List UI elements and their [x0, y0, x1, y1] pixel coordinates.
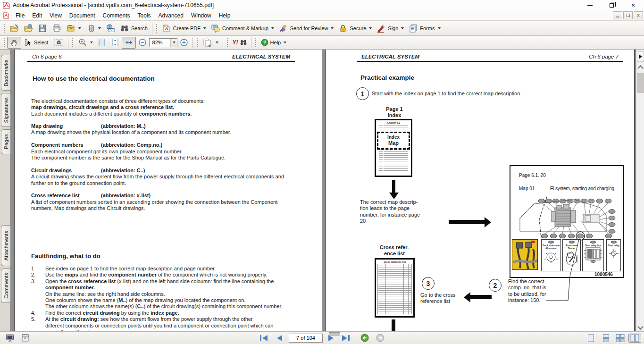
toolbar-grip[interactable]	[71, 37, 74, 48]
restore-icon[interactable]	[601, 0, 622, 10]
close-icon[interactable]: ✕	[622, 0, 644, 10]
definition-block: Component numbers(abbreviation: Comp.no.…	[31, 142, 284, 161]
next-page-button[interactable]	[327, 335, 334, 342]
text-line: Each electrical component got its own pr…	[31, 149, 284, 155]
sidebar-tab-comments[interactable]: Comments	[1, 268, 10, 303]
scroll-down-icon[interactable]	[638, 325, 643, 329]
toolbar-grip[interactable]	[155, 23, 158, 34]
continuous-layout-button[interactable]	[601, 334, 611, 343]
zoom-level-value[interactable]: 82%	[150, 40, 170, 45]
view-toolbar: Select 82% Y! ?Help	[0, 36, 644, 50]
zoom-in-button[interactable]	[177, 37, 191, 49]
document-area[interactable]: Ch 6 page 6 ELECTRICAL SYSTEM How to use…	[10, 50, 636, 331]
text-line: See index on page 1 to find the correct …	[45, 266, 283, 272]
create-pdf-icon	[162, 24, 171, 33]
menu-advanced[interactable]: Advanced	[155, 11, 187, 20]
vertical-scrollbar[interactable]	[636, 50, 644, 331]
sidebar-tab-pages[interactable]: Pages	[1, 129, 10, 154]
forms-caret-icon	[438, 27, 441, 29]
zoom-level-dropdown[interactable]	[170, 39, 177, 47]
continuous-facing-layout-button[interactable]	[615, 334, 625, 343]
sidebar-tab-attachments[interactable]: Attachments	[1, 225, 10, 266]
zoom-out-button[interactable]	[136, 37, 149, 49]
sidebar-tab-bookmarks[interactable]: Bookmarks	[1, 55, 10, 91]
sign-button[interactable]: Sign	[374, 22, 406, 34]
forms-button[interactable]: Forms	[406, 22, 443, 34]
page-header: Ch 6 page 6 ELECTRICAL SYSTEM	[27, 54, 295, 62]
toolbar-grip[interactable]	[254, 37, 257, 48]
doc-minimize-icon[interactable]	[613, 11, 622, 19]
menu-edit[interactable]: Edit	[28, 11, 46, 20]
attach-caret-icon	[98, 27, 101, 29]
create-pdf-button[interactable]: Create PDF	[159, 22, 209, 34]
send-for-review-button[interactable]: Send for Review	[276, 22, 336, 34]
map-drawing-box: Page 6.1. 20 Map 01 El.system, starting …	[510, 165, 624, 278]
fullscreen-monitor-icon[interactable]	[6, 334, 15, 342]
zoom-tool-button[interactable]	[75, 37, 95, 49]
menu-file[interactable]: File	[12, 11, 28, 20]
index-caption: The correct map descrip- tion leads to t…	[360, 199, 420, 225]
hand-tool-button[interactable]	[7, 37, 21, 49]
page-number-field[interactable]: 7 of 104	[289, 334, 323, 343]
previous-view-button[interactable]	[360, 334, 369, 342]
intro-paragraph: The electrical documentation consists of…	[31, 98, 205, 117]
acrobat-doc-icon	[3, 12, 9, 19]
scroll-up-icon[interactable]	[638, 65, 643, 69]
component-photo	[512, 239, 538, 270]
first-page-button[interactable]	[259, 335, 269, 342]
text-line: The electrical documentation consists of…	[31, 98, 205, 104]
email-button[interactable]	[103, 22, 117, 34]
toolbar-grip[interactable]	[196, 37, 198, 48]
page-navigation-button[interactable]	[200, 37, 221, 49]
facing-layout-button[interactable]	[628, 334, 641, 343]
fit-width-button[interactable]	[122, 37, 136, 49]
menu-view[interactable]: View	[46, 11, 66, 20]
window-title: Adobe Acrobat Professional - [scribd.vpd…	[13, 2, 214, 8]
doc-restore-icon[interactable]	[623, 11, 633, 19]
secure-button[interactable]: Secure	[336, 22, 374, 34]
faultfinding-steps: 1See index on page 1 to find the correct…	[31, 266, 283, 331]
select-label: Select	[34, 40, 49, 45]
toolbar-grip[interactable]	[3, 37, 5, 48]
step-3-badge: 3	[422, 277, 435, 290]
actual-size-button[interactable]	[95, 37, 109, 49]
menu-comments[interactable]: Comments	[99, 11, 134, 20]
menu-help[interactable]: Help	[215, 11, 234, 20]
print-button[interactable]	[50, 22, 64, 34]
help-button[interactable]: ?Help	[259, 37, 289, 49]
comment-markup-button[interactable]: Comment & Markup	[209, 22, 276, 34]
organizer-button[interactable]	[64, 22, 84, 34]
send-for-review-icon	[279, 24, 288, 33]
menu-tools[interactable]: Tools	[134, 11, 155, 20]
toolbar-grip[interactable]	[226, 37, 228, 48]
snapshot-button[interactable]	[51, 37, 66, 49]
detail-panel-starter: Front view Starter	[562, 239, 581, 271]
select-tool-button[interactable]: Select	[21, 37, 51, 49]
document-drawer-icon[interactable]	[21, 334, 30, 342]
previous-page-button[interactable]	[276, 335, 283, 342]
next-view-button[interactable]	[376, 334, 385, 342]
callout-ellipse-icon	[611, 241, 617, 243]
open-web-button[interactable]	[21, 22, 35, 34]
last-page-button[interactable]	[341, 335, 351, 342]
yahoo-search-button[interactable]: Y!	[230, 37, 249, 49]
search-label: Search	[131, 25, 148, 31]
minimize-icon[interactable]	[579, 0, 601, 10]
zoom-level-combo[interactable]: 82%	[149, 38, 177, 47]
single-page-layout-button[interactable]	[585, 334, 596, 343]
save-button[interactable]	[35, 22, 50, 34]
yahoo-logo-icon: Y!	[233, 39, 238, 46]
toolbar-grip[interactable]	[3, 23, 5, 34]
adobe-acrobat-icon	[3, 2, 10, 9]
pane-toggle-button[interactable]	[637, 51, 644, 62]
doc-close-icon[interactable]: x	[634, 11, 643, 19]
open-button[interactable]	[7, 22, 21, 34]
menu-document[interactable]: Document	[66, 11, 99, 20]
search-button[interactable]: Search	[117, 22, 150, 34]
scrollbar-thumb[interactable]	[637, 73, 644, 93]
attach-button[interactable]	[84, 22, 103, 34]
fit-page-button[interactable]	[109, 37, 122, 49]
menu-window[interactable]: Window	[187, 11, 215, 20]
sidebar-tab-signatures[interactable]: Signatures	[1, 93, 10, 127]
text-line: numbers, Map drawings and the Circuit dr…	[31, 205, 284, 211]
